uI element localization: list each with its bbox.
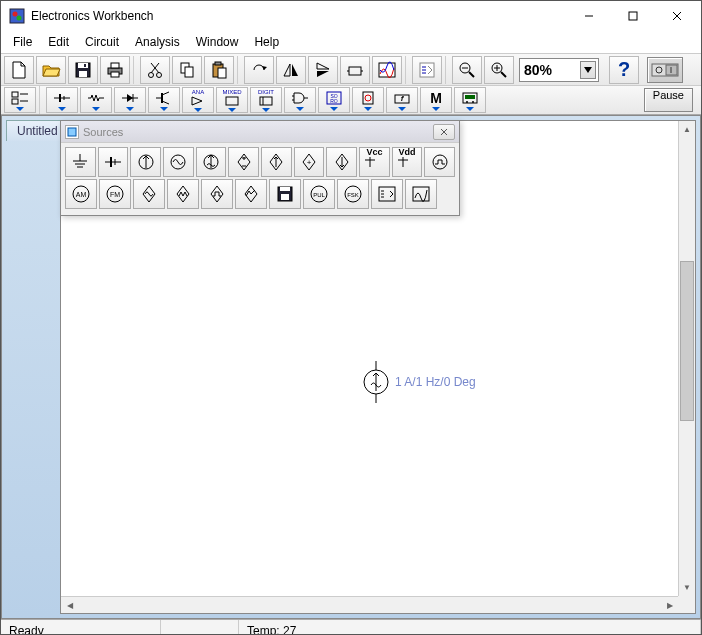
favorites-button[interactable] (4, 87, 36, 113)
svg-rect-8 (78, 63, 88, 68)
scroll-thumb-v[interactable] (680, 261, 694, 421)
svg-rect-104 (280, 187, 290, 191)
transistors-button[interactable] (148, 87, 180, 113)
sources-titlebar[interactable]: Sources (61, 121, 459, 143)
ac-current-source-component[interactable]: 1 A/1 Hz/0 Deg (361, 361, 476, 403)
graph-button[interactable] (372, 56, 402, 84)
ac-current-source-button[interactable] (196, 147, 227, 177)
open-button[interactable] (36, 56, 66, 84)
analog-ics-button[interactable]: ANA (182, 87, 214, 113)
scroll-left-icon[interactable]: ◀ (61, 597, 78, 613)
menu-circuit[interactable]: Circuit (77, 33, 127, 51)
vc-square-button[interactable] (201, 179, 233, 209)
ac-voltage-source-button[interactable] (163, 147, 194, 177)
ac-current-source-icon (361, 361, 391, 403)
scroll-corner (678, 596, 695, 613)
menu-edit[interactable]: Edit (40, 33, 77, 51)
instruments-button[interactable] (454, 87, 486, 113)
cccs-button[interactable] (326, 147, 357, 177)
minimize-button[interactable] (567, 2, 611, 30)
poly-source-button[interactable] (371, 179, 403, 209)
menu-analysis[interactable]: Analysis (127, 33, 188, 51)
svg-rect-22 (218, 68, 226, 78)
sources-title-text: Sources (83, 126, 123, 138)
ccvs-button[interactable]: + (294, 147, 325, 177)
fsk-source-button[interactable]: FSK (337, 179, 369, 209)
vdd-button[interactable]: Vdd (392, 147, 423, 177)
zoom-dropdown-icon[interactable] (580, 61, 596, 79)
dc-current-source-button[interactable] (130, 147, 161, 177)
flip-h-button[interactable] (276, 56, 306, 84)
piecewise-file-button[interactable] (269, 179, 301, 209)
svg-rect-13 (111, 72, 119, 77)
vccs-button[interactable] (261, 147, 292, 177)
subcircuit-button[interactable] (340, 56, 370, 84)
svg-rect-66 (465, 95, 475, 99)
scroll-down-icon[interactable]: ▼ (679, 579, 695, 596)
close-button[interactable] (655, 2, 699, 30)
vc-sine-button[interactable] (133, 179, 165, 209)
title-bar: Electronics Workbench (1, 1, 701, 31)
svg-rect-19 (185, 67, 193, 77)
svg-point-1 (13, 12, 18, 17)
digital-ics-button[interactable]: DIGIT (250, 87, 282, 113)
svg-rect-40 (12, 99, 18, 104)
vertical-scrollbar[interactable]: ▲ ▼ (678, 121, 695, 596)
logic-gates-button[interactable] (284, 87, 316, 113)
paste-button[interactable] (204, 56, 234, 84)
sources-close-button[interactable] (433, 124, 455, 140)
horizontal-scrollbar[interactable]: ◀ ▶ (61, 596, 678, 613)
print-button[interactable] (100, 56, 130, 84)
power-switch[interactable] (647, 57, 683, 83)
svg-rect-0 (10, 9, 24, 23)
save-button[interactable] (68, 56, 98, 84)
vcvs-button[interactable] (228, 147, 259, 177)
svg-rect-21 (215, 62, 221, 65)
copy-button[interactable] (172, 56, 202, 84)
flip-v-button[interactable] (308, 56, 338, 84)
svg-rect-52 (226, 97, 238, 105)
controls-button[interactable]: f (386, 87, 418, 113)
misc-button[interactable]: M (420, 87, 452, 113)
properties-button[interactable] (412, 56, 442, 84)
svg-text:AM: AM (76, 191, 87, 198)
svg-rect-73 (68, 128, 76, 136)
help-button[interactable]: ? (609, 56, 639, 84)
diodes-button[interactable] (114, 87, 146, 113)
new-button[interactable] (4, 56, 34, 84)
cut-button[interactable] (140, 56, 170, 84)
menu-bar: File Edit Circuit Analysis Window Help (1, 31, 701, 53)
scroll-up-icon[interactable]: ▲ (679, 121, 695, 138)
indicators-button[interactable] (352, 87, 384, 113)
am-source-button[interactable]: AM (65, 179, 97, 209)
vc-triangle-button[interactable] (167, 179, 199, 209)
maximize-button[interactable] (611, 2, 655, 30)
mixed-ics-button[interactable]: MIXED (216, 87, 248, 113)
vc-piecewise-button[interactable] (235, 179, 267, 209)
zoom-in-button[interactable] (484, 56, 514, 84)
battery-button[interactable] (98, 147, 129, 177)
sources-button[interactable] (46, 87, 78, 113)
svg-rect-9 (79, 71, 87, 77)
fm-source-button[interactable]: FM (99, 179, 131, 209)
ground-button[interactable] (65, 147, 96, 177)
menu-window[interactable]: Window (188, 33, 247, 51)
sources-panel[interactable]: Sources + Vcc Vdd AM FM (60, 120, 460, 216)
status-temp: Temp: 27 (239, 620, 701, 635)
vcc-button[interactable]: Vcc (359, 147, 390, 177)
pulse-source-button[interactable]: PUL (303, 179, 335, 209)
svg-line-51 (162, 101, 169, 104)
digital-button[interactable]: SORO (318, 87, 350, 113)
sources-panel-icon (65, 125, 79, 139)
zoom-out-button[interactable] (452, 56, 482, 84)
zoom-combo[interactable]: 80% (519, 58, 599, 82)
nonlinear-source-button[interactable] (405, 179, 437, 209)
menu-help[interactable]: Help (246, 33, 287, 51)
rotate-button[interactable] (244, 56, 274, 84)
scroll-right-icon[interactable]: ▶ (661, 597, 678, 613)
pause-button[interactable]: Pause (644, 88, 693, 112)
menu-file[interactable]: File (5, 33, 40, 51)
clock-button[interactable] (424, 147, 455, 177)
basic-button[interactable] (80, 87, 112, 113)
svg-rect-105 (281, 194, 289, 200)
